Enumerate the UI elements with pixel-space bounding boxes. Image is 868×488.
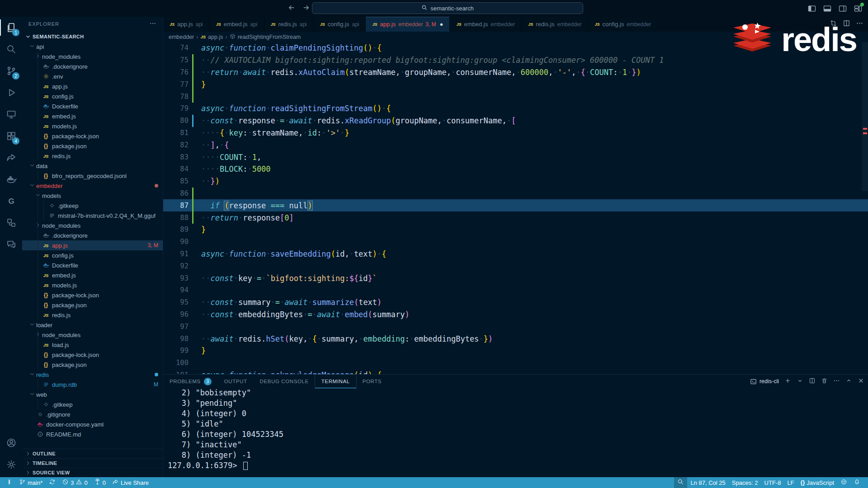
tree-item-models.js[interactable]: JSmodels.js bbox=[22, 121, 163, 131]
line-number[interactable]: 75 bbox=[163, 56, 189, 64]
tree-item-app.js[interactable]: JSapp.js3, M bbox=[22, 240, 163, 250]
status-cursor-position[interactable]: Ln 87, Col 25 bbox=[687, 477, 728, 488]
explorer-activity-icon[interactable]: 1 bbox=[0, 17, 22, 38]
tree-item-.gitkeep[interactable]: .gitkeep bbox=[22, 201, 163, 211]
status-remote[interactable] bbox=[3, 477, 16, 488]
tree-item-.dockerignore[interactable]: .dockerignore bbox=[22, 61, 163, 71]
search-input[interactable]: semantic-search bbox=[312, 2, 583, 14]
workspace-section-header[interactable]: SEMANTIC-SEARCH bbox=[22, 31, 163, 42]
tab-embed.js-embedder[interactable]: JSembed.jsembedder bbox=[450, 17, 522, 32]
maximize-panel-icon[interactable] bbox=[845, 377, 852, 386]
code-line-100[interactable]: 100 bbox=[163, 357, 868, 369]
tree-item-.env[interactable]: .env bbox=[22, 71, 163, 81]
docker-activity-icon[interactable] bbox=[0, 169, 22, 190]
tree-item-.dockerignore[interactable]: .dockerignore bbox=[22, 230, 163, 240]
status-indentation[interactable]: Spaces: 2 bbox=[729, 477, 761, 488]
tree-item-readme.md[interactable]: README.md bbox=[22, 429, 163, 439]
toggle-panel-icon[interactable] bbox=[823, 4, 832, 13]
code-line-77[interactable]: 77} bbox=[163, 78, 868, 90]
code-line-88[interactable]: 88··return·response[0] bbox=[163, 211, 868, 224]
tree-item-config.js[interactable]: JSconfig.js bbox=[22, 91, 163, 101]
split-terminal-icon[interactable] bbox=[809, 377, 816, 386]
kill-terminal-icon[interactable] bbox=[821, 377, 828, 386]
tree-item-package.json[interactable]: {}package.json bbox=[22, 300, 163, 310]
code-line-95[interactable]: 95··const·summary·=·await·summarize(text… bbox=[163, 296, 868, 309]
line-number[interactable]: 86 bbox=[163, 189, 189, 197]
breadcrumb-file[interactable]: app.js bbox=[208, 34, 223, 40]
tab-embed.js-api[interactable]: JSembed.jsapi bbox=[210, 17, 264, 32]
tree-item-embed.js[interactable]: JSembed.js bbox=[22, 270, 163, 280]
tree-item-dump.rdb[interactable]: dump.rdbM bbox=[22, 380, 163, 389]
line-number[interactable]: 91 bbox=[163, 250, 189, 258]
back-icon[interactable] bbox=[288, 4, 296, 14]
status-broadcast[interactable]: 0 bbox=[91, 477, 109, 488]
line-number[interactable]: 81 bbox=[163, 129, 189, 137]
tree-folder-models[interactable]: models bbox=[22, 191, 163, 201]
status-language[interactable]: {}JavaScript bbox=[797, 477, 837, 488]
code-line-101[interactable]: 101async·function·acknowledgeMessage(id)… bbox=[163, 369, 868, 374]
status-live-share[interactable]: Live Share bbox=[109, 477, 152, 488]
line-number[interactable]: 85 bbox=[163, 177, 189, 185]
tree-item-.gitignore[interactable]: .gitignore bbox=[22, 409, 163, 419]
terminal-dropdown-icon[interactable] bbox=[797, 377, 803, 386]
section-timeline[interactable]: TIMELINE bbox=[22, 458, 163, 468]
code-line-84[interactable]: 84····BLOCK:·5000 bbox=[163, 163, 868, 175]
tree-folder-node-modules[interactable]: node_modules bbox=[22, 221, 163, 230]
code-line-82[interactable]: 82··],·{ bbox=[163, 139, 868, 151]
tab-config.js-api[interactable]: JSconfig.jsapi bbox=[314, 17, 366, 32]
tab-redis.js-embedder[interactable]: JSredis.jsembedder bbox=[522, 17, 588, 32]
toggle-sidebar-icon[interactable] bbox=[807, 4, 816, 13]
tree-folder-web[interactable]: web bbox=[22, 389, 163, 399]
tree-item-package-lock.json[interactable]: {}package-lock.json bbox=[22, 290, 163, 300]
live-share-activity-icon[interactable] bbox=[0, 147, 22, 169]
code-line-92[interactable]: 92 bbox=[163, 260, 868, 272]
tab-config.js-embedder[interactable]: JSconfig.jsembedder bbox=[589, 17, 658, 32]
tab-app.js-embedder[interactable]: JSapp.jsembedder3, M● bbox=[366, 17, 450, 32]
line-number[interactable]: 87 bbox=[163, 202, 189, 210]
line-number[interactable]: 89 bbox=[163, 225, 189, 234]
new-terminal-icon[interactable] bbox=[784, 377, 791, 386]
code-line-79[interactable]: 79async·function·readSightingFromStream(… bbox=[163, 103, 868, 115]
code-line-99[interactable]: 99} bbox=[163, 345, 868, 357]
line-number[interactable]: 94 bbox=[163, 286, 189, 294]
tree-folder-data[interactable]: data bbox=[22, 161, 163, 171]
status-problems[interactable]: 30 bbox=[59, 477, 90, 488]
tree-item-package-lock.json[interactable]: {}package-lock.json bbox=[22, 131, 163, 141]
forward-icon[interactable] bbox=[302, 4, 310, 14]
line-number[interactable]: 90 bbox=[163, 238, 189, 246]
code-line-97[interactable]: 97 bbox=[163, 320, 868, 333]
tree-folder-embedder[interactable]: embedder bbox=[22, 181, 163, 191]
line-number[interactable]: 74 bbox=[163, 44, 189, 52]
code-line-94[interactable]: 94 bbox=[163, 284, 868, 296]
source-control-activity-icon[interactable]: 2 bbox=[0, 60, 22, 82]
tree-item-config.js[interactable]: JSconfig.js bbox=[22, 250, 163, 260]
code-line-80[interactable]: 80··const·response·=·await·redis.xReadGr… bbox=[163, 115, 868, 127]
code-line-93[interactable]: 93··const·key·=·`bigfoot:sighting:${id}` bbox=[163, 272, 868, 284]
status-eol[interactable]: LF bbox=[784, 477, 797, 488]
status-encoding[interactable]: UTF-8 bbox=[761, 477, 784, 488]
line-number[interactable]: 98 bbox=[163, 335, 189, 343]
containers-activity-icon[interactable] bbox=[0, 212, 22, 234]
tree-item-redis.js[interactable]: JSredis.js bbox=[22, 310, 163, 320]
panel-tab-terminal[interactable]: TERMINAL bbox=[315, 375, 356, 388]
toggle-secondary-sidebar-icon[interactable] bbox=[838, 4, 847, 13]
line-number[interactable]: 96 bbox=[163, 310, 189, 319]
tree-folder-api[interactable]: api bbox=[22, 42, 163, 52]
extensions-activity-icon[interactable]: 4 bbox=[0, 125, 22, 147]
tree-folder-node-modules[interactable]: node_modules bbox=[22, 330, 163, 340]
line-number[interactable]: 77 bbox=[163, 80, 189, 89]
line-number[interactable]: 101 bbox=[163, 371, 189, 374]
code-line-90[interactable]: 90 bbox=[163, 236, 868, 248]
section-source-view[interactable]: SOURCE VIEW bbox=[22, 468, 163, 477]
code-line-91[interactable]: 91async·function·saveEmbedding(id,·text)… bbox=[163, 248, 868, 260]
panel-more-actions-icon[interactable] bbox=[833, 377, 840, 386]
line-number[interactable]: 83 bbox=[163, 153, 189, 161]
line-number[interactable]: 88 bbox=[163, 214, 189, 222]
tree-item-mistral-7b-instruct-v0.2.q4-k-m.gguf[interactable]: mistral-7b-instruct-v0.2.Q4_K_M.gguf bbox=[22, 211, 163, 221]
tree-item-redis.js[interactable]: JSredis.js bbox=[22, 151, 163, 161]
dirty-indicator[interactable]: ● bbox=[440, 21, 443, 28]
tree-item-bfro-reports-geocoded.jsonl[interactable]: {}bfro_reports_geocoded.jsonl bbox=[22, 171, 163, 181]
line-number[interactable]: 100 bbox=[163, 359, 189, 367]
panel-tab-problems[interactable]: PROBLEMS3 bbox=[163, 375, 218, 388]
tree-item-dockerfile[interactable]: Dockerfile bbox=[22, 260, 163, 270]
